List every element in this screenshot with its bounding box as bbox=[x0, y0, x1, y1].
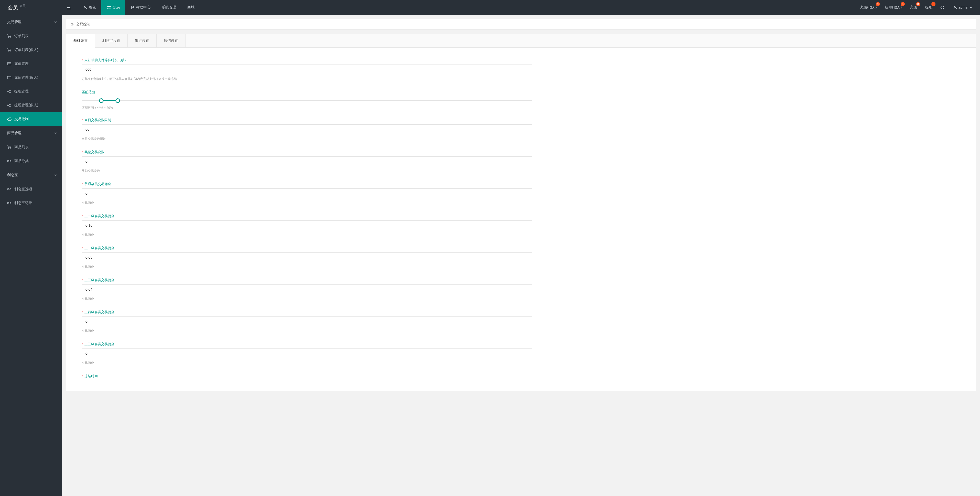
topnav-item-system[interactable]: 系统管理 bbox=[156, 0, 182, 15]
slider-knob-high[interactable] bbox=[115, 98, 120, 103]
sidebar-item-product-category[interactable]: 商品分类 bbox=[0, 154, 62, 168]
field-help: 交易佣金 bbox=[82, 361, 532, 365]
tab-sms[interactable]: 短信设置 bbox=[157, 34, 186, 47]
link-icon bbox=[7, 188, 12, 190]
sidebar-group-interest[interactable]: 利息宝 bbox=[0, 168, 62, 182]
field-comm-l4: *上四级会员交易佣金 交易佣金 bbox=[82, 310, 532, 333]
tab-label: 短信设置 bbox=[164, 38, 178, 43]
field-help: 交易佣金 bbox=[82, 201, 532, 205]
topnav-label: 商城 bbox=[187, 5, 194, 10]
share-icon bbox=[7, 104, 12, 107]
sidebar: 交易管理 订单列表 订单列表(假人) 充值管理 充值管理(假人) 提现管理 提现… bbox=[0, 15, 62, 496]
sidebar-item-recharge[interactable]: 充值管理 bbox=[0, 57, 62, 71]
field-label: 上五级会员交易佣金 bbox=[84, 342, 115, 346]
field-comm-l5: *上五级会员交易佣金 交易佣金 bbox=[82, 342, 532, 365]
tab-basic[interactable]: 基础设置 bbox=[66, 34, 95, 47]
sidebar-group-product[interactable]: 商品管理 bbox=[0, 126, 62, 140]
sidebar-group-label: 利息宝 bbox=[7, 173, 18, 177]
comm-l3-input[interactable] bbox=[82, 284, 532, 294]
field-label: 上二级会员交易佣金 bbox=[84, 246, 115, 250]
form: *未订单的支付等待时长（秒） 订单支付等待时长，新下订单未在此时间内容完成支付将… bbox=[66, 48, 976, 391]
chevron-down-icon bbox=[54, 21, 57, 23]
share-icon bbox=[7, 89, 12, 93]
user-menu[interactable]: admin bbox=[948, 0, 977, 15]
required-mark: * bbox=[82, 214, 83, 218]
required-mark: * bbox=[82, 182, 83, 186]
withdraw-fake-button[interactable]: 提现(假人) 0 bbox=[881, 0, 906, 15]
brand: 会员 会员 bbox=[0, 0, 62, 15]
sidebar-item-interest-options[interactable]: 利息宝选项 bbox=[0, 182, 62, 196]
recharge-fake-button[interactable]: 充值(假人) 0 bbox=[856, 0, 881, 15]
flag-icon bbox=[131, 6, 135, 9]
tab-interest[interactable]: 利息宝设置 bbox=[95, 34, 128, 47]
tab-label: 利息宝设置 bbox=[102, 38, 120, 43]
field-help: 当日交易次数限制 bbox=[82, 137, 532, 141]
comm-l5-input[interactable] bbox=[82, 349, 532, 358]
field-label: 匹配范围 bbox=[82, 90, 95, 94]
required-mark: * bbox=[82, 342, 83, 346]
cart-icon bbox=[7, 34, 12, 38]
svg-point-11 bbox=[8, 105, 8, 106]
comm-l2-input[interactable] bbox=[82, 252, 532, 262]
comm-normal-input[interactable] bbox=[82, 188, 532, 198]
topright-label: 充值(假人) bbox=[860, 5, 877, 10]
field-help: 交易佣金 bbox=[82, 233, 532, 237]
daily-limit-input[interactable] bbox=[82, 124, 532, 134]
user-icon bbox=[953, 6, 957, 9]
settings-card: 基础设置 利息宝设置 银行设置 短信设置 *未订单的支付等待时长（秒） 订单支付… bbox=[66, 34, 976, 391]
topnav-item-help[interactable]: 帮助中心 bbox=[126, 0, 156, 15]
transaction-icon bbox=[107, 6, 111, 9]
topright-label: 提现 bbox=[925, 5, 932, 10]
sidebar-item-interest-records[interactable]: 利息宝记录 bbox=[0, 196, 62, 210]
link-icon bbox=[7, 160, 12, 162]
hamburger-button[interactable] bbox=[62, 0, 78, 15]
svg-point-5 bbox=[10, 51, 11, 52]
sidebar-group-transaction[interactable]: 交易管理 bbox=[0, 15, 62, 29]
topnav-label: 帮助中心 bbox=[136, 5, 150, 10]
field-label: 未订单的支付等待时长（秒） bbox=[84, 58, 128, 62]
breadcrumb: 交易控制 bbox=[66, 19, 976, 30]
sidebar-item-withdraw-fake[interactable]: 提现管理(假人) bbox=[0, 98, 62, 112]
svg-point-9 bbox=[10, 90, 11, 91]
sidebar-item-order-list[interactable]: 订单列表 bbox=[0, 29, 62, 43]
sidebar-item-label: 提现管理(假人) bbox=[14, 103, 38, 108]
comm-l4-input[interactable] bbox=[82, 316, 532, 326]
topnav-item-transaction[interactable]: 交易 bbox=[101, 0, 126, 15]
recharge-button[interactable]: 充值 0 bbox=[906, 0, 921, 15]
comm-l1-input[interactable] bbox=[82, 220, 532, 230]
top-nav: 角色 交易 帮助中心 系统管理 商城 bbox=[62, 0, 200, 15]
withdraw-button[interactable]: 提现 0 bbox=[921, 0, 937, 15]
sidebar-item-recharge-fake[interactable]: 充值管理(假人) bbox=[0, 71, 62, 85]
svg-point-0 bbox=[84, 6, 86, 8]
payment-wait-input[interactable] bbox=[82, 65, 532, 74]
svg-point-1 bbox=[955, 6, 956, 8]
breadcrumb-icon bbox=[71, 23, 73, 26]
cloud-icon bbox=[7, 118, 12, 121]
bonus-count-input[interactable] bbox=[82, 156, 532, 166]
topnav-item-mall[interactable]: 商城 bbox=[182, 0, 200, 15]
sidebar-item-withdraw[interactable]: 提现管理 bbox=[0, 85, 62, 98]
sidebar-item-order-list-fake[interactable]: 订单列表(假人) bbox=[0, 43, 62, 57]
tab-label: 基础设置 bbox=[73, 38, 88, 43]
topnav-label: 交易 bbox=[113, 5, 120, 10]
tab-bank[interactable]: 银行设置 bbox=[128, 34, 157, 47]
range-slider[interactable] bbox=[82, 97, 532, 104]
svg-point-8 bbox=[8, 91, 8, 92]
slider-knob-low[interactable] bbox=[99, 98, 103, 103]
svg-point-3 bbox=[10, 37, 11, 38]
field-range: 匹配范围 匹配范围：44% ~ 80% bbox=[82, 90, 532, 110]
sidebar-item-product-list[interactable]: 商品列表 bbox=[0, 140, 62, 154]
refresh-button[interactable] bbox=[937, 0, 948, 15]
sidebar-item-label: 交易控制 bbox=[14, 117, 29, 121]
topnav-item-role[interactable]: 角色 bbox=[78, 0, 101, 15]
top-bar: 会员 会员 角色 交易 帮助中心 系统管理 bbox=[0, 0, 980, 15]
tab-label: 银行设置 bbox=[135, 38, 149, 43]
svg-point-4 bbox=[8, 51, 9, 52]
svg-point-14 bbox=[8, 148, 9, 149]
sidebar-item-label: 利息宝记录 bbox=[14, 201, 32, 205]
badge: 0 bbox=[931, 2, 935, 6]
svg-point-10 bbox=[10, 92, 11, 93]
sidebar-item-transaction-control[interactable]: 交易控制 bbox=[0, 112, 62, 126]
field-help: 奖励交易次数 bbox=[82, 169, 532, 173]
field-label: 上一级会员交易佣金 bbox=[84, 214, 115, 218]
